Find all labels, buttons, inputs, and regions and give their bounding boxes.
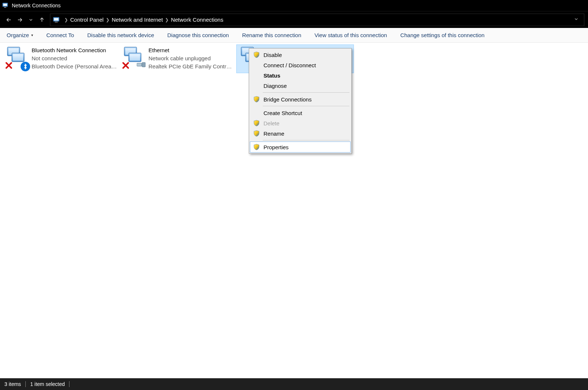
connection-detail: Realtek PCIe GbE Family Controller xyxy=(148,62,234,71)
connection-status: Network cable unplugged xyxy=(148,54,234,62)
title-bar: Network Connections xyxy=(0,0,588,11)
context-menu-label: Bridge Connections xyxy=(263,96,312,103)
context-menu-item[interactable]: Bridge Connections xyxy=(250,94,350,104)
organize-menu[interactable]: Organize ▾ xyxy=(0,28,40,42)
context-menu-label: Disable xyxy=(263,52,282,58)
context-menu-label: Properties xyxy=(263,144,288,150)
context-menu-item[interactable]: Connect / Disconnect xyxy=(250,60,350,70)
svg-rect-9 xyxy=(13,54,23,61)
bluetooth-icon xyxy=(21,62,30,71)
breadcrumb-icon xyxy=(53,16,61,24)
context-menu-label: Delete xyxy=(263,120,279,126)
recent-dropdown-button[interactable] xyxy=(26,15,36,25)
uac-shield-icon xyxy=(253,96,260,103)
forward-button[interactable] xyxy=(15,15,25,25)
caret-down-icon: ▾ xyxy=(31,33,33,37)
context-menu-item[interactable]: Rename xyxy=(250,128,350,139)
status-separator xyxy=(69,381,69,387)
connection-name: Bluetooth Network Connection xyxy=(32,46,117,54)
breadcrumb-item[interactable]: Network Connections xyxy=(171,17,223,23)
organize-label: Organize xyxy=(7,32,29,38)
connection-detail: Bluetooth Device (Personal Area ... xyxy=(32,62,117,71)
back-button[interactable] xyxy=(4,15,14,25)
connection-text: EthernetNetwork cable unpluggedRealtek P… xyxy=(148,46,234,71)
context-menu-item[interactable]: Create Shortcut xyxy=(250,108,350,118)
app-icon xyxy=(2,2,9,9)
context-menu-label: Create Shortcut xyxy=(263,110,302,116)
status-bar: 3 items 1 item selected xyxy=(0,378,588,390)
svg-rect-1 xyxy=(3,4,7,6)
breadcrumb[interactable]: ❯ Control Panel ❯ Network and Internet ❯… xyxy=(50,14,584,26)
chevron-right-icon[interactable]: ❯ xyxy=(106,17,110,22)
address-bar: ❯ Control Panel ❯ Network and Internet ❯… xyxy=(0,11,588,28)
breadcrumb-item[interactable]: Control Panel xyxy=(70,17,104,23)
status-separator xyxy=(25,381,26,387)
context-menu-item[interactable]: Disable xyxy=(250,50,350,60)
svg-rect-14 xyxy=(137,63,142,66)
ethernet-plug-icon xyxy=(137,62,146,69)
rename-connection-button[interactable]: Rename this connection xyxy=(236,28,308,42)
breadcrumb-item[interactable]: Network and Internet xyxy=(112,17,163,23)
context-menu-separator xyxy=(263,140,349,140)
chevron-right-icon[interactable]: ❯ xyxy=(165,17,169,22)
svg-rect-13 xyxy=(130,54,140,61)
svg-rect-2 xyxy=(4,7,6,8)
context-menu-separator xyxy=(263,92,349,93)
uac-shield-icon xyxy=(253,130,260,137)
disable-device-button[interactable]: Disable this network device xyxy=(80,28,161,42)
change-settings-button[interactable]: Change settings of this connection xyxy=(394,28,491,42)
context-menu-item[interactable]: Status xyxy=(250,70,350,80)
context-menu-item[interactable]: Diagnose xyxy=(250,80,350,91)
context-menu-label: Status xyxy=(263,72,280,79)
up-button[interactable] xyxy=(37,15,47,25)
status-selection: 1 item selected xyxy=(30,381,65,387)
svg-rect-15 xyxy=(142,62,146,67)
context-menu-label: Diagnose xyxy=(263,83,287,89)
window-title: Network Connections xyxy=(12,3,61,8)
command-bar: Organize ▾ Connect To Disable this netwo… xyxy=(0,28,588,43)
context-menu-separator xyxy=(263,106,349,106)
connect-to-button[interactable]: Connect To xyxy=(40,28,81,42)
connection-name: Ethernet xyxy=(148,46,234,54)
disconnected-x-icon xyxy=(5,62,12,71)
connection-item[interactable]: EthernetNetwork cable unpluggedRealtek P… xyxy=(120,45,237,73)
view-status-button[interactable]: View status of this connection xyxy=(308,28,394,42)
context-menu-label: Connect / Disconnect xyxy=(263,62,316,68)
connection-text: Bluetooth Network ConnectionNot connecte… xyxy=(32,46,117,71)
context-menu-label: Rename xyxy=(263,130,284,137)
context-menu-item: Delete xyxy=(250,118,350,128)
uac-shield-icon xyxy=(253,120,260,126)
uac-shield-icon xyxy=(253,144,260,150)
disconnected-x-icon xyxy=(122,62,129,71)
chevron-right-icon[interactable]: ❯ xyxy=(64,17,68,22)
context-menu: DisableConnect / DisconnectStatusDiagnos… xyxy=(249,48,352,154)
connection-icon xyxy=(5,46,29,71)
diagnose-connection-button[interactable]: Diagnose this connection xyxy=(161,28,236,42)
connection-item[interactable]: Bluetooth Network ConnectionNot connecte… xyxy=(3,45,120,73)
status-items-count: 3 items xyxy=(4,381,21,387)
connection-icon xyxy=(122,46,146,71)
svg-rect-4 xyxy=(54,18,58,21)
svg-rect-5 xyxy=(55,22,58,22)
breadcrumb-dropdown-button[interactable] xyxy=(571,14,582,25)
context-menu-item[interactable]: Properties xyxy=(250,142,350,152)
uac-shield-icon xyxy=(253,51,260,58)
connection-status: Not connected xyxy=(32,54,117,62)
